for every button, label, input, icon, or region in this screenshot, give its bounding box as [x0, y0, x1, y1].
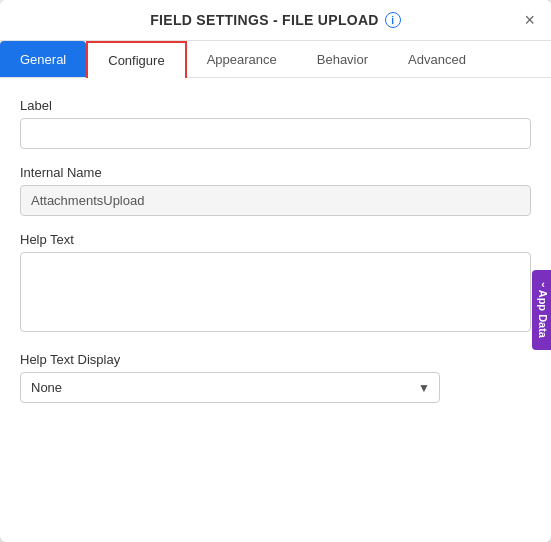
tab-general[interactable]: General [0, 41, 86, 77]
label-field-group: Label [20, 98, 531, 149]
tabs-bar: General Configure Appearance Behavior Ad… [0, 41, 551, 78]
help-text-label: Help Text [20, 232, 531, 247]
internal-name-label: Internal Name [20, 165, 531, 180]
help-text-display-select[interactable]: None Tooltip Inline [20, 372, 440, 403]
label-input[interactable] [20, 118, 531, 149]
help-text-input[interactable] [20, 252, 531, 332]
help-text-display-select-wrapper: None Tooltip Inline ▼ [20, 372, 440, 403]
internal-name-input[interactable] [20, 185, 531, 216]
app-data-button[interactable]: ‹ App Data [532, 270, 551, 350]
tab-configure[interactable]: Configure [86, 41, 186, 78]
help-text-display-group: Help Text Display None Tooltip Inline ▼ [20, 352, 531, 403]
tab-behavior[interactable]: Behavior [297, 41, 388, 77]
help-text-field-group: Help Text [20, 232, 531, 336]
help-text-display-label: Help Text Display [20, 352, 531, 367]
tab-advanced[interactable]: Advanced [388, 41, 486, 77]
modal-title: FIELD SETTINGS - FILE UPLOAD i [150, 12, 401, 28]
info-icon[interactable]: i [385, 12, 401, 28]
modal-title-text: FIELD SETTINGS - FILE UPLOAD [150, 12, 379, 28]
modal-header: FIELD SETTINGS - FILE UPLOAD i × [0, 0, 551, 41]
modal-container: FIELD SETTINGS - FILE UPLOAD i × General… [0, 0, 551, 542]
tab-appearance[interactable]: Appearance [187, 41, 297, 77]
modal-body: Label Internal Name Help Text Help Text … [0, 78, 551, 542]
app-data-label: App Data [537, 290, 549, 338]
internal-name-field-group: Internal Name [20, 165, 531, 216]
app-data-chevron-icon: ‹ [541, 278, 545, 290]
label-field-label: Label [20, 98, 531, 113]
close-button[interactable]: × [520, 7, 539, 33]
